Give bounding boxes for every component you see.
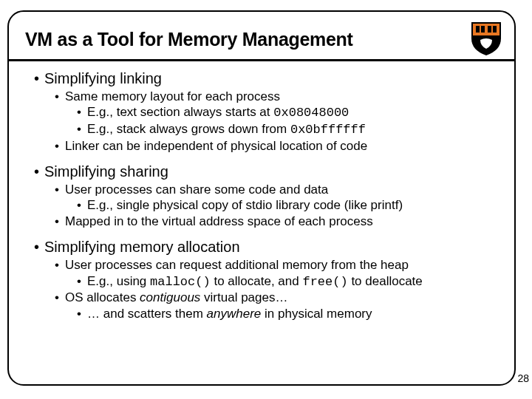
list-item: •E.g., single physical copy of stdio lib… xyxy=(77,197,498,214)
slide-title: VM as a Tool for Memory Management xyxy=(25,29,353,50)
list-item: •E.g., using malloc() to allocate, and f… xyxy=(77,273,498,290)
title-underline xyxy=(9,59,514,61)
list-item: •Same memory layout for each process •E.… xyxy=(55,89,498,138)
section-sharing: •Simplifying sharing •User processes can… xyxy=(34,163,498,230)
list-item: •E.g., text section always starts at 0x0… xyxy=(77,104,498,121)
section-allocation: •Simplifying memory allocation •User pro… xyxy=(34,239,498,322)
list-item: •… and scatters them anywhere in physica… xyxy=(77,306,498,322)
list-item: •OS allocates contiguous virtual pages… … xyxy=(55,290,498,322)
list-item: •Mapped in to the virtual address space … xyxy=(55,214,498,230)
list-item: •Linker can be independent of physical l… xyxy=(55,138,498,154)
list-item: •User processes can request additional m… xyxy=(55,257,498,290)
heading: Simplifying linking xyxy=(44,70,162,87)
list-item: •E.g., stack always grows down from 0x0b… xyxy=(77,121,498,138)
section-linking: •Simplifying linking •Same memory layout… xyxy=(34,70,498,154)
content-list: •Simplifying linking •Same memory layout… xyxy=(34,70,498,322)
page-number: 28 xyxy=(517,372,529,384)
heading: Simplifying sharing xyxy=(44,163,168,180)
slide-frame: VM as a Tool for Memory Management •Simp… xyxy=(7,10,516,386)
princeton-shield-icon xyxy=(470,19,502,56)
title-row: VM as a Tool for Memory Management xyxy=(25,22,498,56)
list-item: •User processes can share some code and … xyxy=(55,182,498,214)
heading: Simplifying memory allocation xyxy=(44,239,240,256)
